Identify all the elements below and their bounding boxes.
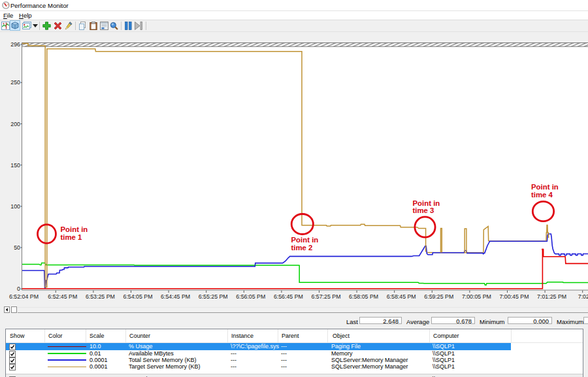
svg-text:6:54:45 PM: 6:54:45 PM xyxy=(161,293,190,300)
svg-text:Point in: Point in xyxy=(61,225,88,233)
svg-text:50: 50 xyxy=(14,244,20,251)
svg-text:time 3: time 3 xyxy=(413,206,434,214)
svg-text:6:58:05 PM: 6:58:05 PM xyxy=(349,293,378,300)
svg-text:time 4: time 4 xyxy=(531,191,553,199)
svg-text:6:58:45 PM: 6:58:45 PM xyxy=(387,293,416,300)
svg-text:7:02:0: 7:02:0 xyxy=(578,293,588,300)
svg-text:Point in: Point in xyxy=(291,236,319,244)
svg-text:6:56:05 PM: 6:56:05 PM xyxy=(236,293,265,300)
svg-text:6:54:05 PM: 6:54:05 PM xyxy=(123,293,153,300)
svg-text:296: 296 xyxy=(10,41,20,48)
svg-text:Point in: Point in xyxy=(413,199,440,207)
svg-text:6:56:45 PM: 6:56:45 PM xyxy=(274,293,303,300)
svg-text:0: 0 xyxy=(17,286,20,292)
svg-text:time 2: time 2 xyxy=(291,244,313,252)
svg-text:7:00:05 PM: 7:00:05 PM xyxy=(462,293,491,300)
svg-text:time 1: time 1 xyxy=(61,233,83,241)
svg-text:200: 200 xyxy=(10,121,20,127)
svg-text:7:01:25 PM: 7:01:25 PM xyxy=(537,293,566,300)
svg-text:6:52:45 PM: 6:52:45 PM xyxy=(48,293,77,300)
svg-text:100: 100 xyxy=(10,203,20,210)
svg-text:6:59:25 PM: 6:59:25 PM xyxy=(424,293,453,300)
svg-text:6:57:25 PM: 6:57:25 PM xyxy=(312,293,341,300)
svg-text:6:53:25 PM: 6:53:25 PM xyxy=(86,293,115,300)
svg-text:7:00:45 PM: 7:00:45 PM xyxy=(500,293,529,300)
svg-text:150: 150 xyxy=(10,162,20,169)
svg-text:Point in: Point in xyxy=(531,183,559,191)
svg-text:250: 250 xyxy=(10,79,20,86)
svg-text:6:55:25 PM: 6:55:25 PM xyxy=(199,293,228,300)
svg-text:6:52:04 PM: 6:52:04 PM xyxy=(9,293,39,300)
